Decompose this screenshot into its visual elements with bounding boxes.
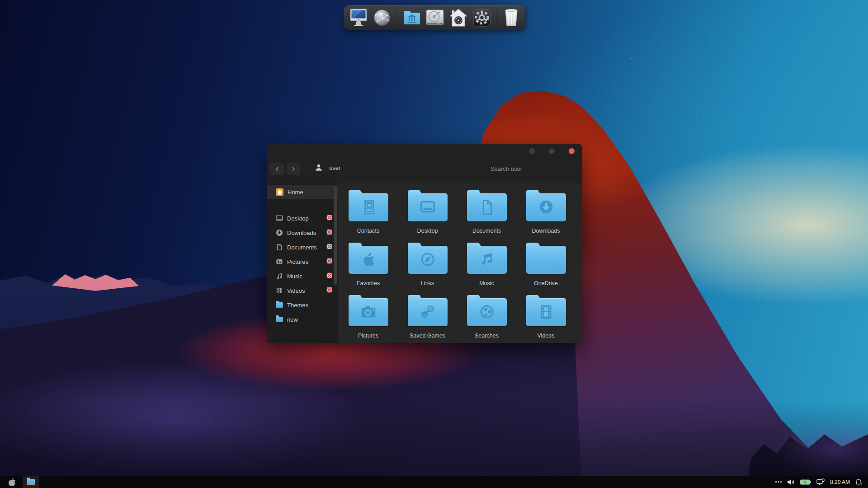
- minimize-button[interactable]: [529, 148, 535, 154]
- file-label: OneDrive: [534, 280, 558, 286]
- file-label: Links: [421, 280, 434, 286]
- downloads-icon: [276, 229, 283, 236]
- folder-icon: [27, 479, 35, 485]
- dock-divider: [396, 9, 397, 27]
- dock-divider: [496, 9, 497, 27]
- folder-icon: [467, 246, 507, 274]
- dock: [344, 5, 525, 30]
- desktop: user Search user Home: [0, 0, 868, 488]
- folder-icon: [467, 298, 507, 326]
- forward-button[interactable]: [287, 163, 300, 175]
- sidebar-item-home[interactable]: Home: [267, 185, 338, 199]
- folder-icon: [467, 193, 507, 221]
- back-button[interactable]: [270, 163, 284, 175]
- address-book-emblem-icon: [349, 193, 388, 221]
- file-manager-window: user Search user Home: [267, 144, 582, 343]
- folder-icon: [349, 298, 388, 326]
- sidebar-item-pictures[interactable]: Pictures: [267, 254, 338, 269]
- unavailable-badge-icon: [326, 286, 332, 295]
- file-item-searches[interactable]: Searches: [457, 295, 516, 343]
- file-label: Contacts: [357, 228, 379, 234]
- file-item-documents[interactable]: Documents: [457, 190, 516, 242]
- maximize-button[interactable]: [549, 148, 555, 154]
- documents-icon: [276, 244, 283, 251]
- download-arrow-emblem-icon: [526, 193, 566, 221]
- home-icon: [276, 188, 283, 196]
- desktop-icon: [276, 215, 283, 222]
- unavailable-badge-icon: [326, 214, 332, 222]
- pictures-icon: [276, 258, 283, 265]
- folder-icon: [408, 298, 448, 326]
- sidebar: Home Desktop: [267, 183, 338, 343]
- folder-icon: [408, 246, 448, 274]
- close-button[interactable]: [569, 148, 575, 154]
- trash-icon[interactable]: [502, 7, 521, 28]
- file-item-downloads[interactable]: Downloads: [516, 190, 576, 242]
- file-item-links[interactable]: Links: [398, 242, 457, 295]
- file-item-contacts[interactable]: Contacts: [339, 190, 398, 242]
- chevron-left-icon: [275, 166, 279, 172]
- file-label: Music: [479, 280, 494, 286]
- file-item-music[interactable]: Music: [457, 242, 516, 295]
- location-breadcrumb[interactable]: user: [315, 164, 340, 172]
- computer-icon[interactable]: [348, 7, 369, 28]
- library-folder-icon[interactable]: [402, 7, 422, 28]
- file-explorer-taskbar-button[interactable]: [23, 476, 39, 488]
- file-item-pictures[interactable]: Pictures: [339, 295, 398, 343]
- user-icon: [315, 164, 323, 172]
- volume-icon[interactable]: [787, 479, 795, 485]
- file-item-saved-games[interactable]: Saved Games: [398, 295, 457, 343]
- file-item-onedrive[interactable]: OneDrive: [516, 242, 576, 295]
- titlebar[interactable]: [267, 144, 582, 159]
- sidebar-scrollbar[interactable]: [334, 186, 337, 285]
- sidebar-item-themes[interactable]: Themes: [267, 298, 338, 312]
- camera-emblem-icon: [349, 298, 388, 326]
- file-label: Downloads: [532, 228, 560, 234]
- harddrive-icon[interactable]: [425, 7, 445, 28]
- system-tray: 8:20 AM: [775, 479, 868, 486]
- settings-gear-icon[interactable]: [472, 7, 492, 28]
- steam-emblem-icon: [408, 298, 448, 326]
- sidebar-item-new[interactable]: new: [267, 312, 338, 327]
- unavailable-badge-icon: [326, 243, 332, 251]
- file-grid: Contacts Desktop: [338, 183, 582, 343]
- file-label: Videos: [538, 333, 555, 339]
- home-security-icon[interactable]: [448, 7, 469, 28]
- file-item-favorites[interactable]: Favorites: [339, 242, 398, 295]
- folder-icon: [276, 302, 283, 308]
- folder-icon: [408, 193, 448, 221]
- folder-icon: [526, 298, 566, 326]
- folder-icon: [349, 246, 388, 274]
- sidebar-item-desktop[interactable]: Desktop: [267, 211, 338, 225]
- file-label: Saved Games: [410, 333, 445, 339]
- file-label: Documents: [472, 228, 501, 234]
- chevron-right-icon: [291, 166, 296, 172]
- network-display-icon[interactable]: [816, 479, 825, 485]
- music-note-emblem-icon: [467, 246, 507, 274]
- music-icon: [276, 272, 283, 280]
- sidebar-item-downloads[interactable]: Downloads: [267, 225, 338, 240]
- folder-icon: [276, 317, 283, 322]
- taskbar-clock[interactable]: 8:20 AM: [830, 479, 850, 485]
- sidebar-divider: [270, 205, 332, 205]
- folder-icon: [526, 246, 566, 274]
- battery-charging-icon[interactable]: [800, 479, 811, 485]
- location-label: user: [329, 164, 340, 171]
- sidebar-item-music[interactable]: Music: [267, 269, 338, 283]
- notifications-bell-icon[interactable]: [855, 479, 862, 486]
- sidebar-item-documents[interactable]: Documents: [267, 240, 338, 254]
- apple-menu-icon[interactable]: [6, 476, 17, 488]
- sidebar-item-videos[interactable]: Videos: [267, 283, 338, 298]
- compass-emblem-icon: [408, 246, 448, 274]
- unavailable-badge-icon: [326, 229, 332, 237]
- file-label: Desktop: [417, 228, 438, 234]
- overflow-icon[interactable]: [775, 481, 782, 483]
- file-item-desktop[interactable]: Desktop: [398, 190, 457, 242]
- file-label: Pictures: [358, 333, 378, 339]
- videos-icon: [276, 287, 283, 294]
- unavailable-badge-icon: [326, 258, 332, 266]
- network-globe-icon[interactable]: [372, 7, 392, 28]
- file-item-videos[interactable]: Videos: [516, 295, 576, 343]
- search-input[interactable]: Search user: [491, 165, 522, 172]
- folder-icon: [526, 193, 566, 221]
